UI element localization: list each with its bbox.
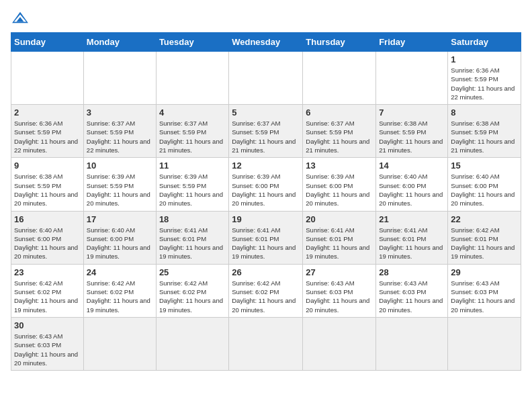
- day-number: 18: [159, 214, 226, 224]
- day-header-tuesday: Tuesday: [156, 33, 228, 52]
- calendar-cell: 7Sunrise: 6:38 AM Sunset: 5:59 PM Daylig…: [376, 105, 448, 158]
- calendar-cell: 15Sunrise: 6:40 AM Sunset: 6:00 PM Dayli…: [448, 158, 521, 211]
- calendar-cell: [376, 317, 448, 370]
- day-info: Sunrise: 6:37 AM Sunset: 5:59 PM Dayligh…: [159, 119, 226, 154]
- day-number: 22: [451, 214, 518, 224]
- calendar-cell: [303, 317, 376, 370]
- calendar-cell: [11, 52, 84, 105]
- calendar-cell: [303, 52, 376, 105]
- calendar-cell: 11Sunrise: 6:39 AM Sunset: 5:59 PM Dayli…: [156, 158, 228, 211]
- calendar-cell: [229, 317, 303, 370]
- calendar-cell: 1Sunrise: 6:36 AM Sunset: 5:59 PM Daylig…: [448, 52, 521, 105]
- day-number: 21: [379, 214, 445, 224]
- day-header-thursday: Thursday: [303, 33, 376, 52]
- day-number: 25: [159, 267, 226, 277]
- day-info: Sunrise: 6:41 AM Sunset: 6:01 PM Dayligh…: [379, 226, 445, 261]
- day-info: Sunrise: 6:41 AM Sunset: 6:01 PM Dayligh…: [306, 226, 373, 261]
- calendar-cell: [83, 317, 156, 370]
- day-number: 15: [451, 161, 518, 171]
- day-number: 1: [451, 54, 518, 64]
- day-number: 23: [14, 267, 81, 277]
- day-number: 13: [306, 161, 373, 171]
- day-number: 5: [232, 107, 300, 118]
- calendar-cell: 3Sunrise: 6:37 AM Sunset: 5:59 PM Daylig…: [83, 105, 156, 158]
- calendar-cell: [83, 52, 156, 105]
- day-header-monday: Monday: [83, 33, 156, 52]
- day-info: Sunrise: 6:43 AM Sunset: 6:03 PM Dayligh…: [306, 279, 373, 314]
- calendar-cell: 13Sunrise: 6:39 AM Sunset: 6:00 PM Dayli…: [303, 158, 376, 211]
- calendar-cell: 30Sunrise: 6:43 AM Sunset: 6:03 PM Dayli…: [11, 317, 84, 370]
- day-number: 28: [379, 267, 445, 277]
- day-number: 29: [451, 267, 518, 277]
- calendar-cell: 17Sunrise: 6:40 AM Sunset: 6:00 PM Dayli…: [83, 211, 156, 264]
- day-info: Sunrise: 6:36 AM Sunset: 5:59 PM Dayligh…: [451, 66, 518, 101]
- day-number: 24: [87, 267, 153, 277]
- day-number: 14: [379, 161, 445, 171]
- calendar-cell: 14Sunrise: 6:40 AM Sunset: 6:00 PM Dayli…: [376, 158, 448, 211]
- day-info: Sunrise: 6:38 AM Sunset: 5:59 PM Dayligh…: [451, 119, 518, 154]
- day-info: Sunrise: 6:39 AM Sunset: 5:59 PM Dayligh…: [159, 172, 226, 208]
- calendar-cell: [156, 317, 228, 370]
- calendar-cell: [376, 52, 448, 105]
- day-number: 27: [306, 267, 373, 277]
- day-info: Sunrise: 6:39 AM Sunset: 6:00 PM Dayligh…: [306, 172, 373, 208]
- day-number: 26: [232, 267, 300, 277]
- day-number: 8: [451, 107, 518, 118]
- calendar-cell: 9Sunrise: 6:38 AM Sunset: 5:59 PM Daylig…: [11, 158, 84, 211]
- day-info: Sunrise: 6:42 AM Sunset: 6:02 PM Dayligh…: [14, 279, 81, 314]
- header-row: SundayMondayTuesdayWednesdayThursdayFrid…: [11, 33, 521, 52]
- calendar-cell: 20Sunrise: 6:41 AM Sunset: 6:01 PM Dayli…: [303, 211, 376, 264]
- day-number: 11: [159, 161, 226, 171]
- calendar-cell: 8Sunrise: 6:38 AM Sunset: 5:59 PM Daylig…: [448, 105, 521, 158]
- calendar-cell: 23Sunrise: 6:42 AM Sunset: 6:02 PM Dayli…: [11, 264, 84, 317]
- calendar-cell: 12Sunrise: 6:39 AM Sunset: 6:00 PM Dayli…: [229, 158, 303, 211]
- logo-icon: [11, 11, 30, 26]
- week-row-3: 9Sunrise: 6:38 AM Sunset: 5:59 PM Daylig…: [11, 158, 521, 211]
- week-row-1: 1Sunrise: 6:36 AM Sunset: 5:59 PM Daylig…: [11, 52, 521, 105]
- day-info: Sunrise: 6:37 AM Sunset: 5:59 PM Dayligh…: [232, 119, 300, 154]
- calendar-cell: [156, 52, 228, 105]
- calendar-cell: 6Sunrise: 6:37 AM Sunset: 5:59 PM Daylig…: [303, 105, 376, 158]
- calendar-cell: 24Sunrise: 6:42 AM Sunset: 6:02 PM Dayli…: [83, 264, 156, 317]
- day-number: 10: [87, 161, 153, 171]
- day-number: 6: [306, 107, 373, 118]
- day-number: 9: [14, 161, 81, 171]
- day-number: 4: [159, 107, 226, 118]
- day-number: 2: [14, 107, 81, 118]
- week-row-6: 30Sunrise: 6:43 AM Sunset: 6:03 PM Dayli…: [11, 317, 521, 370]
- day-info: Sunrise: 6:36 AM Sunset: 5:59 PM Dayligh…: [14, 119, 81, 154]
- calendar-cell: 22Sunrise: 6:42 AM Sunset: 6:01 PM Dayli…: [448, 211, 521, 264]
- day-number: 19: [232, 214, 300, 224]
- day-info: Sunrise: 6:42 AM Sunset: 6:01 PM Dayligh…: [451, 226, 518, 261]
- day-info: Sunrise: 6:38 AM Sunset: 5:59 PM Dayligh…: [379, 119, 445, 154]
- calendar-cell: 21Sunrise: 6:41 AM Sunset: 6:01 PM Dayli…: [376, 211, 448, 264]
- day-info: Sunrise: 6:37 AM Sunset: 5:59 PM Dayligh…: [87, 119, 153, 154]
- day-info: Sunrise: 6:43 AM Sunset: 6:03 PM Dayligh…: [14, 332, 81, 367]
- day-info: Sunrise: 6:40 AM Sunset: 6:00 PM Dayligh…: [451, 172, 518, 208]
- day-info: Sunrise: 6:42 AM Sunset: 6:02 PM Dayligh…: [232, 279, 300, 314]
- day-header-wednesday: Wednesday: [229, 33, 303, 52]
- calendar-cell: 28Sunrise: 6:43 AM Sunset: 6:03 PM Dayli…: [376, 264, 448, 317]
- day-info: Sunrise: 6:39 AM Sunset: 5:59 PM Dayligh…: [87, 172, 153, 208]
- day-number: 12: [232, 161, 300, 171]
- calendar-cell: 25Sunrise: 6:42 AM Sunset: 6:02 PM Dayli…: [156, 264, 228, 317]
- day-info: Sunrise: 6:43 AM Sunset: 6:03 PM Dayligh…: [379, 279, 445, 314]
- day-info: Sunrise: 6:39 AM Sunset: 6:00 PM Dayligh…: [232, 172, 300, 208]
- calendar-cell: 5Sunrise: 6:37 AM Sunset: 5:59 PM Daylig…: [229, 105, 303, 158]
- day-info: Sunrise: 6:38 AM Sunset: 5:59 PM Dayligh…: [14, 172, 81, 208]
- calendar-cell: 29Sunrise: 6:43 AM Sunset: 6:03 PM Dayli…: [448, 264, 521, 317]
- calendar-cell: 10Sunrise: 6:39 AM Sunset: 5:59 PM Dayli…: [83, 158, 156, 211]
- day-number: 17: [87, 214, 153, 224]
- calendar-cell: 2Sunrise: 6:36 AM Sunset: 5:59 PM Daylig…: [11, 105, 84, 158]
- calendar-cell: 19Sunrise: 6:41 AM Sunset: 6:01 PM Dayli…: [229, 211, 303, 264]
- day-number: 30: [14, 320, 81, 330]
- day-number: 16: [14, 214, 81, 224]
- calendar-table: SundayMondayTuesdayWednesdayThursdayFrid…: [11, 32, 521, 371]
- day-number: 20: [306, 214, 373, 224]
- day-info: Sunrise: 6:37 AM Sunset: 5:59 PM Dayligh…: [306, 119, 373, 154]
- week-row-2: 2Sunrise: 6:36 AM Sunset: 5:59 PM Daylig…: [11, 105, 521, 158]
- day-info: Sunrise: 6:42 AM Sunset: 6:02 PM Dayligh…: [159, 279, 226, 314]
- day-info: Sunrise: 6:40 AM Sunset: 6:00 PM Dayligh…: [379, 172, 445, 208]
- day-number: 7: [379, 107, 445, 118]
- day-header-sunday: Sunday: [11, 33, 84, 52]
